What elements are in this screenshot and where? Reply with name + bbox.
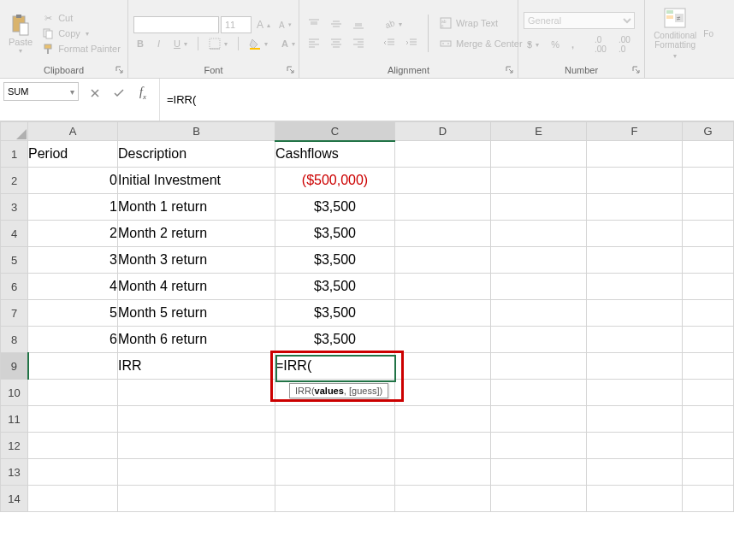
row-header-1[interactable]: 1 — [1, 141, 28, 168]
cell-F11[interactable] — [587, 406, 683, 433]
cell-E9[interactable] — [491, 353, 587, 380]
cell-D4[interactable] — [395, 221, 491, 247]
cell-E14[interactable] — [491, 486, 587, 512]
increase-indent-button[interactable] — [402, 36, 421, 50]
cell-B14[interactable] — [118, 486, 275, 512]
cell-G4[interactable] — [683, 221, 734, 247]
paste-button[interactable]: Paste ▾ — [5, 11, 36, 56]
cell-B6[interactable]: Month 4 return — [118, 274, 275, 300]
cell-E5[interactable] — [491, 247, 587, 274]
font-dialog-launcher[interactable] — [286, 65, 296, 75]
cell-E12[interactable] — [491, 433, 587, 459]
cell-F2[interactable] — [587, 168, 683, 194]
row-header-7[interactable]: 7 — [1, 300, 28, 327]
cell-G2[interactable] — [683, 168, 734, 194]
cell-E6[interactable] — [491, 274, 587, 300]
cell-C12[interactable] — [275, 433, 395, 459]
cell-G5[interactable] — [683, 247, 734, 274]
cell-A7[interactable]: 5 — [28, 300, 118, 327]
comma-button[interactable]: , — [568, 38, 577, 50]
copy-button[interactable]: Copy▾ — [38, 26, 124, 41]
decrease-decimal-button[interactable]: .00.0 — [615, 34, 634, 55]
cell-D10[interactable] — [395, 380, 491, 406]
cell-E10[interactable] — [491, 380, 587, 406]
cell-G7[interactable] — [683, 300, 734, 327]
align-top-button[interactable] — [305, 17, 323, 31]
cell-C11[interactable] — [275, 406, 395, 433]
row-header-14[interactable]: 14 — [1, 486, 28, 512]
cell-C1[interactable]: Cashflows — [275, 141, 395, 168]
decrease-indent-button[interactable] — [380, 36, 399, 50]
cell-B13[interactable] — [118, 459, 275, 486]
cell-B12[interactable] — [118, 433, 275, 459]
cell-A8[interactable]: 6 — [28, 327, 118, 353]
italic-button[interactable]: I — [154, 38, 163, 50]
cell-C6[interactable]: $3,500 — [275, 274, 395, 300]
cell-B8[interactable]: Month 6 return — [118, 327, 275, 353]
cell-C4[interactable]: $3,500 — [275, 221, 395, 247]
row-header-8[interactable]: 8 — [1, 327, 28, 353]
cut-button[interactable]: ✂ Cut — [38, 10, 124, 26]
cell-F13[interactable] — [587, 459, 683, 486]
bold-button[interactable]: B — [133, 38, 147, 50]
cell-C2[interactable]: ($500,000) — [275, 168, 395, 194]
cell-D11[interactable] — [395, 406, 491, 433]
format-painter-button[interactable]: Format Painter — [38, 41, 124, 56]
cell-F7[interactable] — [587, 300, 683, 327]
cell-A12[interactable] — [28, 433, 118, 459]
cell-G9[interactable] — [683, 353, 734, 380]
cell-G6[interactable] — [683, 274, 734, 300]
align-center-button[interactable] — [327, 36, 346, 50]
function-tooltip[interactable]: IRR(values, [guess]) — [289, 383, 388, 398]
cell-A13[interactable] — [28, 459, 118, 486]
format-table-button[interactable]: Fo — [700, 27, 717, 40]
number-format-select[interactable]: General — [524, 12, 635, 29]
cell-B4[interactable]: Month 2 return — [118, 221, 275, 247]
cell-A9[interactable] — [28, 353, 118, 380]
cell-F5[interactable] — [587, 247, 683, 274]
cell-E1[interactable] — [491, 141, 587, 168]
font-color-button[interactable]: A▾ — [278, 38, 299, 50]
col-header-F[interactable]: F — [587, 122, 683, 141]
cell-B1[interactable]: Description — [118, 141, 275, 168]
increase-font-button[interactable]: A▴ — [253, 18, 274, 32]
spreadsheet-grid[interactable]: A B C D E F G 1PeriodDescriptionCashflow… — [0, 121, 734, 512]
cell-C7[interactable]: $3,500 — [275, 300, 395, 327]
cell-B7[interactable]: Month 5 return — [118, 300, 275, 327]
align-left-button[interactable] — [305, 36, 323, 50]
col-header-A[interactable]: A — [28, 122, 118, 141]
cell-F1[interactable] — [587, 141, 683, 168]
align-right-button[interactable] — [349, 36, 368, 50]
cell-B3[interactable]: Month 1 return — [118, 194, 275, 221]
insert-function-button[interactable]: fx — [133, 85, 152, 101]
font-name-input[interactable] — [133, 16, 219, 33]
cell-D6[interactable] — [395, 274, 491, 300]
cell-C9[interactable]: =IRR( — [275, 353, 395, 380]
cell-F12[interactable] — [587, 433, 683, 459]
cell-C13[interactable] — [275, 459, 395, 486]
cell-G12[interactable] — [683, 433, 734, 459]
select-all-cell[interactable] — [1, 122, 28, 141]
name-box[interactable]: SUM — [3, 82, 79, 101]
cell-F14[interactable] — [587, 486, 683, 512]
percent-button[interactable]: % — [548, 38, 563, 50]
cell-C3[interactable]: $3,500 — [275, 194, 395, 221]
font-size-input[interactable] — [221, 16, 252, 33]
accounting-format-button[interactable]: $▾ — [524, 38, 542, 50]
cell-B2[interactable]: Initial Investment — [118, 168, 275, 194]
cell-F10[interactable] — [587, 380, 683, 406]
cell-A2[interactable]: 0 — [28, 168, 118, 194]
orientation-button[interactable]: ab▾ — [380, 17, 405, 31]
col-header-C[interactable]: C — [275, 122, 395, 141]
cell-E11[interactable] — [491, 406, 587, 433]
row-header-6[interactable]: 6 — [1, 274, 28, 300]
row-header-5[interactable]: 5 — [1, 247, 28, 274]
cell-A11[interactable] — [28, 406, 118, 433]
align-middle-button[interactable] — [327, 17, 346, 31]
conditional-formatting-button[interactable]: ≠ ConditionalFormatting ▾ — [650, 5, 700, 62]
cell-F3[interactable] — [587, 194, 683, 221]
row-header-13[interactable]: 13 — [1, 459, 28, 486]
cell-G14[interactable] — [683, 486, 734, 512]
increase-decimal-button[interactable]: .0.00 — [591, 34, 610, 55]
cell-G11[interactable] — [683, 406, 734, 433]
